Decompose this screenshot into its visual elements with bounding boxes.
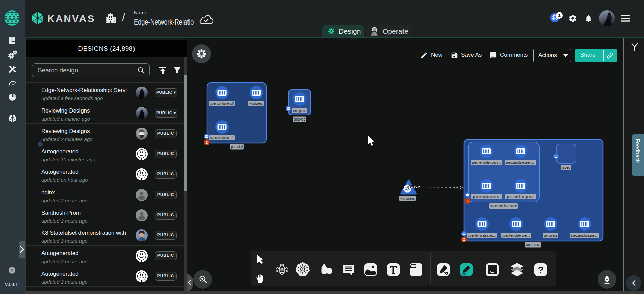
svg-text:?: ? [538, 265, 543, 275]
svg-text:KANVAS: KANVAS [47, 13, 95, 24]
